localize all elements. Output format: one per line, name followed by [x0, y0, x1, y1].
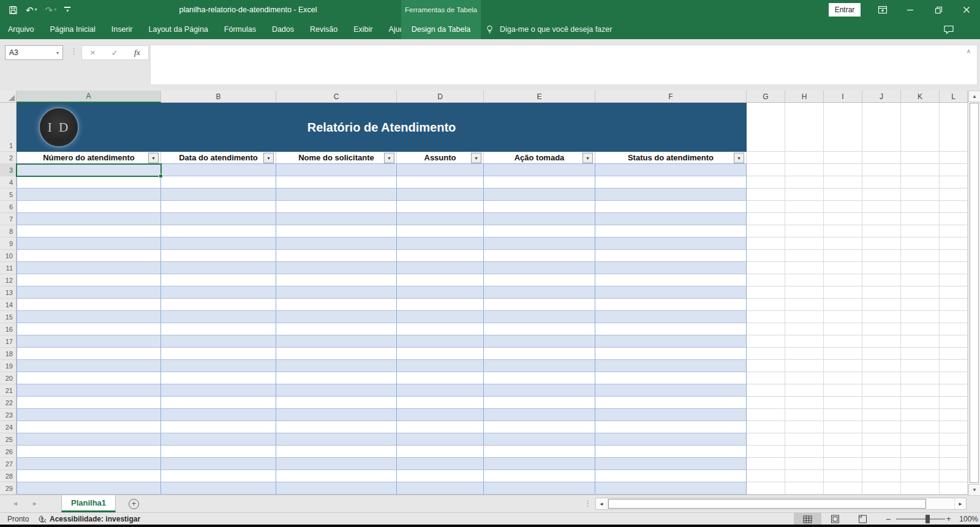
cell-f19[interactable]: [595, 360, 747, 372]
cell-i6[interactable]: [824, 201, 862, 213]
cell-g19[interactable]: [747, 360, 785, 372]
tab-exibir[interactable]: Exibir: [345, 20, 380, 39]
cell-i16[interactable]: [824, 323, 862, 335]
cell-k26[interactable]: [901, 446, 940, 458]
filter-dropdown-icon[interactable]: ▼: [384, 152, 394, 163]
cell-l14[interactable]: [940, 299, 968, 311]
cell-l17[interactable]: [940, 335, 968, 348]
cell-l24[interactable]: [940, 421, 968, 433]
cell-e24[interactable]: [484, 421, 595, 433]
cell-h9[interactable]: [785, 237, 824, 250]
cell-e25[interactable]: [484, 433, 595, 446]
cell-a5[interactable]: [17, 189, 161, 201]
cell-b12[interactable]: [161, 274, 276, 286]
cell-j25[interactable]: [862, 433, 901, 446]
cell-d16[interactable]: [397, 323, 484, 335]
scroll-left-icon[interactable]: ◄: [596, 498, 608, 509]
filter-dropdown-icon[interactable]: ▼: [148, 152, 159, 163]
cell-i5[interactable]: [824, 189, 862, 201]
cell-h26[interactable]: [785, 446, 824, 458]
cell-a18[interactable]: [17, 348, 161, 360]
cell-a12[interactable]: [17, 274, 161, 286]
cell-l3[interactable]: [940, 164, 968, 176]
cell-l4[interactable]: [940, 176, 968, 189]
cell-k28[interactable]: [901, 470, 940, 482]
cell-e6[interactable]: [484, 201, 595, 213]
fill-handle[interactable]: [159, 174, 163, 178]
cell-b5[interactable]: [161, 189, 276, 201]
cell-f3[interactable]: [595, 164, 747, 176]
zoom-slider-thumb[interactable]: [925, 515, 930, 523]
cell-k3[interactable]: [901, 164, 940, 176]
cell-j5[interactable]: [862, 189, 901, 201]
cell-l13[interactable]: [940, 286, 968, 299]
cell-k17[interactable]: [901, 335, 940, 348]
cell-g25[interactable]: [747, 433, 785, 446]
row-header-18[interactable]: 18: [0, 348, 17, 360]
active-cell-a3[interactable]: [16, 163, 162, 177]
cell-e17[interactable]: [484, 335, 595, 348]
cell-e23[interactable]: [484, 409, 595, 421]
cell-k12[interactable]: [901, 274, 940, 286]
cell-k25[interactable]: [901, 433, 940, 446]
cell-b27[interactable]: [161, 458, 276, 470]
cell-a23[interactable]: [17, 409, 161, 421]
row-header-28[interactable]: 28: [0, 470, 17, 482]
save-icon[interactable]: [9, 6, 18, 15]
cell-b3[interactable]: [161, 164, 276, 176]
cell-c6[interactable]: [276, 201, 397, 213]
cell-e4[interactable]: [484, 176, 595, 189]
cell-e22[interactable]: [484, 397, 595, 409]
cell-h11[interactable]: [785, 262, 824, 274]
cell-j7[interactable]: [862, 213, 901, 225]
cell-a10[interactable]: [17, 250, 161, 262]
cell-i4[interactable]: [824, 176, 862, 189]
cell-h20[interactable]: [785, 372, 824, 384]
cell-k16[interactable]: [901, 323, 940, 335]
row-header-3[interactable]: 3: [0, 164, 17, 176]
row-header-12[interactable]: 12: [0, 274, 17, 286]
ribbon-display-options-icon[interactable]: [873, 0, 892, 20]
cell-d25[interactable]: [397, 433, 484, 446]
row-header-13[interactable]: 13: [0, 286, 17, 299]
cell-b24[interactable]: [161, 421, 276, 433]
cell-j4[interactable]: [862, 176, 901, 189]
row-header-14[interactable]: 14: [0, 299, 17, 311]
cell-j12[interactable]: [862, 274, 901, 286]
cell-l22[interactable]: [940, 397, 968, 409]
cell-c8[interactable]: [276, 225, 397, 237]
cell-j18[interactable]: [862, 348, 901, 360]
cell-e13[interactable]: [484, 286, 595, 299]
scroll-up-icon[interactable]: ▲: [968, 91, 980, 102]
filter-dropdown-icon[interactable]: ▼: [263, 152, 274, 163]
undo-dropdown-icon[interactable]: ▾: [35, 7, 37, 12]
cell-a11[interactable]: [17, 262, 161, 274]
cell-b7[interactable]: [161, 213, 276, 225]
zoom-out-icon[interactable]: −: [886, 513, 891, 525]
cell-f14[interactable]: [595, 299, 747, 311]
cell-j9[interactable]: [862, 237, 901, 250]
zoom-in-icon[interactable]: +: [946, 513, 951, 525]
cell-c7[interactable]: [276, 213, 397, 225]
cell-k9[interactable]: [901, 237, 940, 250]
column-header-b[interactable]: B: [161, 91, 276, 103]
cell-j21[interactable]: [862, 384, 901, 397]
cell-l6[interactable]: [940, 201, 968, 213]
row-header-19[interactable]: 19: [0, 360, 17, 372]
cell-b23[interactable]: [161, 409, 276, 421]
tab-scroll-splitter-icon[interactable]: ⋮: [584, 499, 592, 508]
cell-g12[interactable]: [747, 274, 785, 286]
cell-h8[interactable]: [785, 225, 824, 237]
cell-g16[interactable]: [747, 323, 785, 335]
cell-a16[interactable]: [17, 323, 161, 335]
cell-h18[interactable]: [785, 348, 824, 360]
tab-dados[interactable]: Dados: [264, 20, 302, 39]
row-header-25[interactable]: 25: [0, 433, 17, 446]
tab-inserir[interactable]: Inserir: [104, 20, 141, 39]
cell-a6[interactable]: [17, 201, 161, 213]
row-header-2[interactable]: 2: [0, 152, 17, 164]
cell-g23[interactable]: [747, 409, 785, 421]
cell-c17[interactable]: [276, 335, 397, 348]
cell-g1[interactable]: [747, 103, 785, 152]
cell-g24[interactable]: [747, 421, 785, 433]
